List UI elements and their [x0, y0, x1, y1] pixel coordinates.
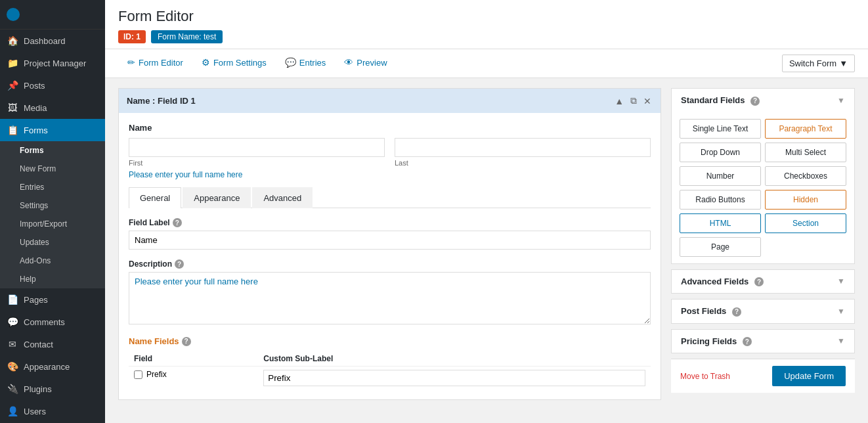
sidebar-item-label: Appearance: [24, 362, 70, 372]
form-editor-icon: ✏: [127, 57, 135, 68]
standard-fields-header[interactable]: Standard Fields ? ▼: [672, 89, 854, 112]
comments-icon: 💬: [7, 317, 18, 327]
field-label-help-icon[interactable]: ?: [173, 218, 182, 227]
pricing-fields-header[interactable]: Pricing Fields ? ▼: [672, 330, 854, 353]
sidebar-item-contact[interactable]: ✉ Contact: [0, 333, 105, 355]
sidebar-item-appearance[interactable]: 🎨 Appearance: [0, 355, 105, 378]
post-fields-header[interactable]: Post Fields ? ▼: [672, 300, 854, 323]
main-content: Form Editor ID: 1 Form Name: test ✏ Form…: [105, 0, 868, 423]
field-label-input[interactable]: [129, 231, 651, 250]
pricing-fields-help-icon[interactable]: ?: [743, 337, 752, 346]
field-block: Name : Field ID 1 ▲ ⧉ ✕ Name First: [118, 88, 661, 400]
sidebar-item-label: Dashboard: [24, 36, 66, 46]
wp-logo-icon: [7, 8, 20, 21]
description-help-icon[interactable]: ?: [175, 259, 184, 269]
advanced-fields-title: Advanced Fields ?: [681, 277, 764, 287]
sidebar-item-dashboard[interactable]: 🏠 Dashboard: [0, 30, 105, 52]
forms-icon: 📋: [7, 125, 18, 135]
last-name-input[interactable]: [395, 138, 651, 157]
update-form-button[interactable]: Update Form: [772, 366, 846, 386]
submenu-item-help[interactable]: Help: [0, 270, 105, 288]
switch-form-label: Switch Form: [789, 58, 836, 68]
sidebar-logo: [0, 0, 105, 30]
sidebar-item-plugins[interactable]: 🔌 Plugins: [0, 378, 105, 400]
tab-label: Entries: [299, 58, 326, 68]
sidebar-item-media[interactable]: 🖼 Media: [0, 97, 105, 119]
col-field: Field: [129, 351, 258, 367]
tab-preview[interactable]: 👁 Preview: [335, 49, 396, 78]
advanced-fields-group: Advanced Fields ? ▼: [671, 269, 855, 294]
multi-select-button[interactable]: Multi Select: [765, 143, 846, 162]
tab-form-settings[interactable]: ⚙ Form Settings: [192, 49, 276, 78]
submenu-label: Updates: [20, 238, 49, 247]
switch-form-button[interactable]: Switch Form ▼: [782, 55, 855, 72]
sidebar-item-pages[interactable]: 📄 Pages: [0, 288, 105, 311]
content-area: Name : Field ID 1 ▲ ⧉ ✕ Name First: [105, 78, 868, 423]
sidebar-item-users[interactable]: 👤 Users: [0, 400, 105, 422]
tab-form-editor[interactable]: ✏ Form Editor: [118, 49, 192, 78]
standard-fields-grid: Single Line Text Paragraph Text Drop Dow…: [680, 119, 846, 257]
tab-entries[interactable]: 💬 Entries: [276, 49, 335, 78]
sidebar-item-label: Forms: [24, 125, 48, 135]
form-settings-icon: ⚙: [202, 57, 210, 68]
submenu-item-settings[interactable]: Settings: [0, 196, 105, 215]
page-button[interactable]: Page: [680, 237, 761, 257]
submenu-item-entries[interactable]: Entries: [0, 178, 105, 196]
checkboxes-button[interactable]: Checkboxes: [765, 166, 846, 186]
preview-icon: 👁: [344, 57, 353, 68]
inner-tab-appearance[interactable]: Appearance: [183, 187, 251, 208]
submenu-item-updates[interactable]: Updates: [0, 233, 105, 252]
number-button[interactable]: Number: [680, 166, 761, 186]
project-manager-icon: 📁: [7, 58, 18, 68]
posts-icon: 📌: [7, 80, 18, 91]
hidden-button[interactable]: Hidden: [765, 190, 846, 210]
sidebar-item-posts[interactable]: 📌 Posts: [0, 74, 105, 97]
sidebar-item-forms[interactable]: 📋 Forms: [0, 119, 105, 141]
section-button[interactable]: Section: [765, 213, 846, 233]
html-button[interactable]: HTML: [680, 213, 761, 233]
sidebar-item-label: Comments: [24, 317, 65, 327]
move-to-trash-link[interactable]: Move to Trash: [680, 372, 730, 381]
post-fields-help-icon[interactable]: ?: [732, 307, 741, 317]
submenu-item-import-export[interactable]: Import/Export: [0, 215, 105, 233]
prefix-sublabel-input[interactable]: [263, 370, 645, 386]
advanced-fields-help-icon[interactable]: ?: [754, 277, 764, 286]
entries-icon: 💬: [285, 57, 296, 68]
submenu-item-new-form[interactable]: New Form: [0, 160, 105, 178]
radio-buttons-button[interactable]: Radio Buttons: [680, 190, 761, 210]
sidebar-item-label: Users: [24, 407, 46, 416]
name-fields-help-icon[interactable]: ?: [182, 337, 191, 346]
submenu-item-add-ons[interactable]: Add-Ons: [0, 252, 105, 270]
badge-row: ID: 1 Form Name: test: [118, 30, 855, 43]
drop-down-button[interactable]: Drop Down: [680, 143, 761, 162]
sidebar-item-comments[interactable]: 💬 Comments: [0, 311, 105, 333]
col-sublabel: Custom Sub-Label: [258, 351, 651, 367]
first-name-input[interactable]: [129, 138, 385, 157]
duplicate-field-button[interactable]: ⧉: [629, 94, 638, 108]
submenu-label: Entries: [20, 183, 44, 192]
pricing-fields-chevron: ▼: [837, 336, 845, 345]
delete-field-button[interactable]: ✕: [642, 94, 653, 108]
dashboard-icon: 🏠: [7, 35, 18, 46]
advanced-fields-header[interactable]: Advanced Fields ? ▼: [672, 270, 854, 294]
inner-tabs: General Appearance Advanced: [129, 187, 651, 208]
submenu-label: Add-Ons: [20, 256, 51, 265]
inner-tab-general[interactable]: General: [129, 187, 181, 208]
field-label-title: Field Label ?: [129, 218, 651, 227]
description-setting: Description ? Please enter your full nam…: [129, 259, 651, 326]
submenu-label: Help: [20, 275, 36, 284]
name-fields-section: Name Fields ? Field Custom Sub-Label: [129, 336, 651, 390]
sidebar-item-project-manager[interactable]: 📁 Project Manager: [0, 52, 105, 74]
pricing-fields-title: Pricing Fields ?: [681, 336, 752, 347]
submenu-item-forms[interactable]: Forms: [0, 141, 105, 160]
prefix-checkbox[interactable]: [134, 370, 142, 379]
single-line-text-button[interactable]: Single Line Text: [680, 119, 761, 139]
page-title: Form Editor: [118, 8, 855, 25]
sidebar-item-label: Media: [24, 103, 47, 113]
standard-fields-help-icon[interactable]: ?: [750, 97, 760, 106]
collapse-field-button[interactable]: ▲: [613, 94, 625, 108]
inner-tab-advanced[interactable]: Advanced: [252, 187, 313, 208]
standard-fields-chevron: ▼: [837, 96, 845, 105]
description-textarea[interactable]: Please enter your full name here: [129, 272, 651, 324]
paragraph-text-button[interactable]: Paragraph Text: [765, 119, 846, 139]
